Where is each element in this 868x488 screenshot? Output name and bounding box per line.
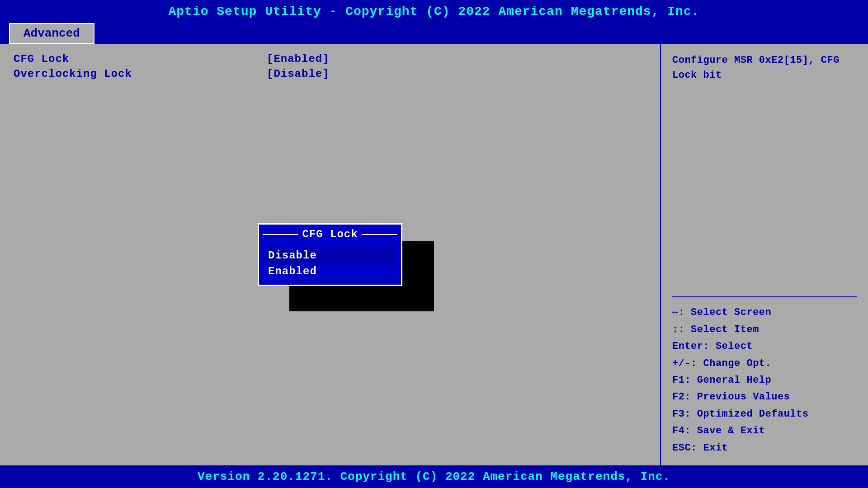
setting-name-cfg-lock: CFG Lock xyxy=(14,53,267,65)
keybinds: ↔: Select Screen ↕: Select Item Enter: S… xyxy=(672,304,857,456)
modal-option-enabled[interactable]: Enabled xyxy=(264,263,396,279)
left-panel: CFG Lock [Enabled] Overclocking Lock [Di… xyxy=(0,44,660,465)
tab-advanced-label: Advanced xyxy=(24,27,80,40)
modal-option-disable[interactable]: Disable xyxy=(264,248,396,263)
footer: Version 2.20.1271. Copyright (C) 2022 Am… xyxy=(0,465,868,488)
setting-value-cfg-lock[interactable]: [Enabled] xyxy=(267,53,330,65)
modal-title-text: CFG Lock xyxy=(302,228,358,240)
modal-title-line-left xyxy=(263,234,298,235)
title-bar: Aptio Setup Utility - Copyright (C) 2022… xyxy=(0,0,868,23)
setting-value-overclocking-lock[interactable]: [Disable] xyxy=(267,68,330,80)
setting-row-overclocking-lock: Overclocking Lock [Disable] xyxy=(14,68,646,80)
tab-advanced[interactable]: Advanced xyxy=(9,23,94,44)
right-panel: Configure MSR 0xE2[15], CFG Lock bit ↔: … xyxy=(660,44,868,465)
main-content: CFG Lock [Enabled] Overclocking Lock [Di… xyxy=(0,44,868,465)
modal-title-line-right xyxy=(362,234,397,235)
tab-bar: Advanced xyxy=(0,23,868,44)
keybind-esc: ESC: Exit xyxy=(672,440,857,456)
footer-text: Version 2.20.1271. Copyright (C) 2022 Am… xyxy=(198,470,670,483)
modal-title-bar: CFG Lock xyxy=(259,225,401,244)
modal-overlay: CFG Lock Disable Enabled xyxy=(0,44,660,465)
modal-shadow xyxy=(289,241,434,311)
keybind-f4: F4: Save & Exit xyxy=(672,422,857,439)
app-title: Aptio Setup Utility - Copyright (C) 2022… xyxy=(169,5,700,19)
keybind-f2: F2: Previous Values xyxy=(672,389,857,405)
keybind-enter-select: Enter: Select xyxy=(672,338,857,355)
keybind-change-opt: +/-: Change Opt. xyxy=(672,355,857,372)
modal-box[interactable]: CFG Lock Disable Enabled xyxy=(258,223,402,286)
help-text: Configure MSR 0xE2[15], CFG Lock bit xyxy=(672,53,857,290)
setting-name-overclocking-lock: Overclocking Lock xyxy=(14,68,267,80)
divider xyxy=(672,296,857,297)
keybind-select-item: ↕: Select Item xyxy=(672,321,857,338)
keybind-f3: F3: Optimized Defaults xyxy=(672,406,857,422)
keybind-f1: F1: General Help xyxy=(672,372,857,389)
setting-row-cfg-lock: CFG Lock [Enabled] xyxy=(14,53,646,65)
keybind-select-screen: ↔: Select Screen xyxy=(672,304,857,321)
modal-options: Disable Enabled xyxy=(259,244,401,285)
